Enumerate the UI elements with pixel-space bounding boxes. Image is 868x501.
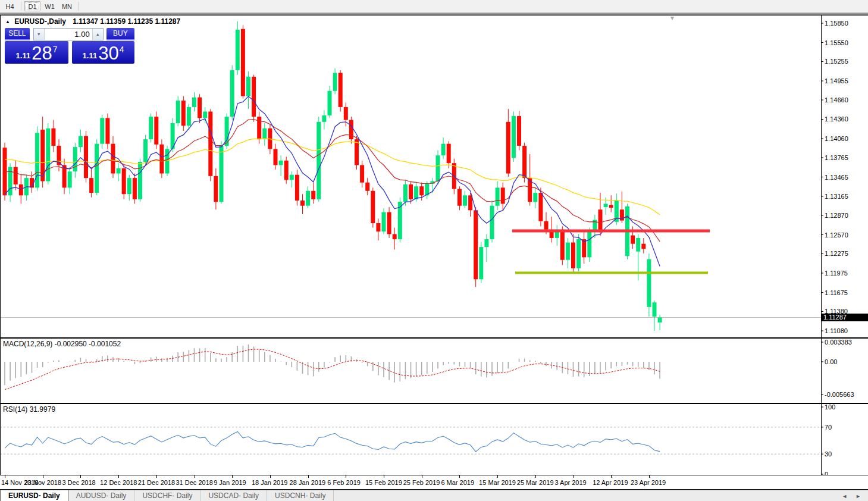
date-tick xyxy=(611,475,612,478)
date-tick xyxy=(232,475,233,478)
date-label: 12 Dec 2018 xyxy=(100,479,137,486)
macd-axis-label: 0.003383 xyxy=(825,339,852,346)
date-tick xyxy=(459,475,460,478)
date-tick xyxy=(535,475,536,478)
date-label: 23 Nov 2018 xyxy=(24,479,61,486)
date-label: 21 Dec 2018 xyxy=(138,479,175,486)
rsi-panel[interactable]: 10070300 xyxy=(0,403,868,475)
chart-tab-usdcad[interactable]: USDCAD- Daily xyxy=(200,490,267,501)
rsi-line xyxy=(5,432,660,452)
price-axis-label: 1.14955 xyxy=(825,77,848,84)
price-axis-label: 1.12275 xyxy=(825,250,848,257)
buy-price-button[interactable]: 1.11304 xyxy=(72,41,134,64)
date-label: 3 Apr 2019 xyxy=(555,479,587,486)
arrow-up-icon: ▲ xyxy=(96,32,100,36)
timeframe-h4-button[interactable]: H4 xyxy=(2,1,18,11)
date-tick xyxy=(384,475,384,478)
price-axis-label: 1.13465 xyxy=(825,174,848,181)
date-label: 3 Dec 2018 xyxy=(62,479,95,486)
chart-tab-eurusd[interactable]: EURUSD- Daily xyxy=(0,490,68,501)
date-label: 12 Apr 2019 xyxy=(593,479,628,486)
price-axis-label: 1.15850 xyxy=(825,20,848,27)
one-click-trading-panel: SELL ▼ ▲ BUY 1.11287 1.11304 xyxy=(5,28,134,64)
chart-tab-audusd[interactable]: AUDUSD- Daily xyxy=(68,490,135,501)
date-tick xyxy=(80,475,81,478)
rsi-axis-label: 30 xyxy=(825,450,832,458)
date-label: 18 Jan 2019 xyxy=(252,479,288,486)
macd-histogram xyxy=(5,345,660,385)
price-axis-label: 1.11975 xyxy=(825,270,848,277)
date-tick xyxy=(118,475,119,478)
price-axis-label: 1.13165 xyxy=(825,193,848,200)
timeframe-mn-button[interactable]: MN xyxy=(59,1,75,11)
timeframe-w1-button[interactable]: W1 xyxy=(42,1,58,11)
volume-spinner: ▼ ▲ xyxy=(33,28,104,40)
tabs-scroll-right-icon[interactable]: ► xyxy=(856,493,861,499)
date-tick xyxy=(497,475,498,478)
price-axis-label: 1.13765 xyxy=(825,154,848,161)
rsi-axis-label: 0 xyxy=(825,471,828,475)
chart-title: ▲ EURUSD-,Daily 1.11347 1.11359 1.11235 … xyxy=(5,17,180,26)
buy-price-main: 30 xyxy=(98,45,118,62)
buy-button[interactable]: BUY xyxy=(106,28,134,40)
volume-input[interactable] xyxy=(45,29,92,40)
date-label: 9 Jan 2019 xyxy=(214,479,246,486)
price-axis-label: 1.12870 xyxy=(825,212,848,219)
sell-price-button[interactable]: 1.11287 xyxy=(5,41,68,64)
macd-label: MACD(12,26,9) -0.002950 -0.001052 xyxy=(3,340,121,348)
macd-axis-label: -0.005663 xyxy=(825,391,854,398)
buy-price-prefix: 1.11 xyxy=(83,51,98,60)
rsi-label: RSI(14) 31.9979 xyxy=(3,405,55,414)
date-label: 31 Dec 2018 xyxy=(176,479,213,486)
date-label: 15 Feb 2019 xyxy=(365,479,402,486)
timeframe-toolbar: H4 D1 W1 MN xyxy=(0,0,868,12)
volume-decrease-button[interactable]: ▼ xyxy=(34,29,45,40)
date-tick xyxy=(195,475,195,478)
chart-tab-usdchf[interactable]: USDCHF- Daily xyxy=(134,490,200,501)
date-tick xyxy=(346,475,346,478)
volume-increase-button[interactable]: ▲ xyxy=(92,29,103,40)
date-axis[interactable]: 14 Nov 201823 Nov 20183 Dec 201812 Dec 2… xyxy=(0,475,868,490)
price-axis-label: 1.15550 xyxy=(825,39,848,46)
mt4-chart-window: H4 D1 W1 MN 1.158501.155501.152551.14955… xyxy=(0,0,868,501)
date-label: 25 Feb 2019 xyxy=(403,479,440,486)
arrow-down-icon: ▼ xyxy=(37,32,41,36)
sell-price-main: 28 xyxy=(32,45,52,62)
sell-button[interactable]: SELL xyxy=(5,28,30,40)
date-tick xyxy=(308,475,309,478)
price-axis-label: 1.11675 xyxy=(825,289,848,296)
date-tick xyxy=(156,475,157,478)
date-tick xyxy=(422,475,422,478)
current-price-tag: 1.11287 xyxy=(822,314,868,321)
price-axis-label: 1.14660 xyxy=(825,96,848,104)
toolbar-separator xyxy=(78,2,79,11)
toolbar-separator xyxy=(21,2,21,11)
rsi-axis-label: 70 xyxy=(825,424,832,431)
date-tick xyxy=(270,475,271,478)
date-tick xyxy=(5,475,5,478)
sell-price-prefix: 1.11 xyxy=(16,51,31,60)
date-label: 25 Mar 2019 xyxy=(517,479,554,486)
date-label: 6 Mar 2019 xyxy=(441,479,474,486)
date-label: 23 Apr 2019 xyxy=(631,479,666,486)
rsi-axis-label: 100 xyxy=(825,403,835,411)
tabs-scroll-left-icon[interactable]: ◄ xyxy=(842,493,847,499)
chart-title-ohlc: 1.11347 1.11359 1.11235 1.11287 xyxy=(73,17,180,26)
price-axis-label: 1.11080 xyxy=(825,327,848,334)
date-tick xyxy=(649,475,650,478)
macd-panel[interactable]: 0.0033830.00-0.005663 xyxy=(0,338,868,403)
candlesticks xyxy=(3,21,662,331)
sell-price-sup: 7 xyxy=(53,45,58,54)
price-axis-label: 1.14060 xyxy=(825,135,848,142)
timeframe-d1-button[interactable]: D1 xyxy=(24,1,40,11)
triangle-down-icon: ▼ xyxy=(669,15,675,21)
collapse-icon: ▲ xyxy=(5,19,10,24)
ma-slow-line xyxy=(5,139,660,215)
chart-tab-usdcnh[interactable]: USDCNH- Daily xyxy=(267,490,334,501)
date-label: 6 Feb 2019 xyxy=(327,479,361,486)
buy-price-sup: 4 xyxy=(120,45,124,54)
price-axis-label: 1.15255 xyxy=(825,58,848,65)
date-label: 15 Mar 2019 xyxy=(479,479,516,486)
date-tick xyxy=(574,475,574,478)
price-axis-label: 1.14360 xyxy=(825,115,848,123)
